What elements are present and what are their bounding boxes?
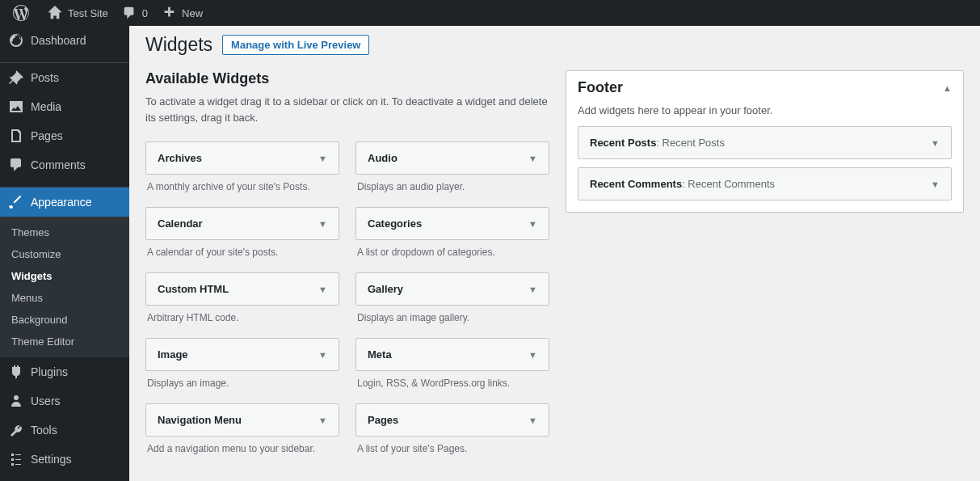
submenu-menus[interactable]: Menus	[0, 287, 129, 309]
widget-desc: Login, RSS, & WordPress.org links.	[355, 371, 549, 402]
widget-gallery[interactable]: Gallery ▼	[355, 272, 549, 306]
widget-desc: Displays an audio player.	[355, 175, 549, 205]
sidebar-item-media[interactable]: Media	[0, 92, 129, 121]
wordpress-icon	[13, 5, 29, 21]
widget-categories[interactable]: Categories ▼	[355, 207, 549, 240]
wp-logo-menu[interactable]	[6, 0, 40, 26]
plus-icon	[161, 5, 177, 21]
chevron-down-icon: ▼	[318, 219, 327, 229]
widget-instance-label: : Recent Posts	[656, 137, 725, 149]
widget-name: Meta	[368, 348, 392, 361]
sidebar-item-appearance[interactable]: Appearance	[0, 188, 129, 217]
widget-name: Categories	[368, 217, 422, 230]
submenu-widgets[interactable]: Widgets	[0, 265, 129, 287]
submenu-background[interactable]: Background	[0, 309, 129, 331]
widget-navigation-menu[interactable]: Navigation Menu ▼	[145, 403, 339, 437]
widget-name: Image	[158, 348, 188, 361]
chevron-down-icon: ▼	[318, 285, 327, 294]
widget-instance-recent-comments[interactable]: Recent Comments: Recent Comments ▼	[578, 167, 952, 200]
widget-desc: Displays an image.	[145, 371, 339, 402]
sidebar-item-users[interactable]: Users	[0, 386, 129, 416]
available-widgets-title: Available Widgets	[145, 70, 549, 87]
widget-area-desc: Add widgets here to appear in your foote…	[578, 104, 952, 116]
comment-icon	[121, 5, 137, 21]
chevron-up-icon: ▲	[943, 83, 952, 93]
widget-instance-label: : Recent Comments	[682, 178, 775, 190]
sidebar-item-label: Media	[31, 100, 61, 113]
new-content-menu[interactable]: New	[154, 0, 209, 26]
sidebar-item-tools[interactable]: Tools	[0, 416, 129, 445]
admin-bar: Test Site 0 New	[0, 0, 980, 26]
widget-archives[interactable]: Archives ▼	[145, 141, 339, 175]
chevron-down-icon: ▼	[528, 285, 537, 294]
sidebar-item-label: Posts	[31, 71, 59, 84]
widget-desc: A calendar of your site's posts.	[145, 240, 339, 271]
sidebar-item-label: Dashboard	[31, 34, 86, 47]
widget-name: Audio	[368, 152, 397, 164]
page-icon	[8, 128, 24, 144]
sidebar-item-label: Appearance	[31, 196, 92, 209]
sidebar-item-plugins[interactable]: Plugins	[0, 357, 129, 386]
comments-icon	[8, 157, 24, 173]
chevron-down-icon: ▼	[528, 219, 537, 229]
widget-area-title: Footer	[578, 79, 623, 96]
available-widgets-desc: To activate a widget drag it to a sideba…	[145, 94, 549, 125]
submenu-theme-editor[interactable]: Theme Editor	[0, 331, 129, 352]
widget-calendar[interactable]: Calendar ▼	[145, 207, 339, 240]
site-name-menu[interactable]: Test Site	[40, 0, 115, 26]
home-icon	[47, 5, 63, 21]
widget-image[interactable]: Image ▼	[145, 338, 339, 371]
sidebar-item-label: Users	[31, 395, 61, 407]
widget-name: Custom HTML	[158, 283, 229, 295]
submenu-customize[interactable]: Customize	[0, 243, 129, 265]
brush-icon	[8, 194, 24, 210]
admin-sidebar: Dashboard Posts Media Pages Comments App…	[0, 26, 129, 481]
users-icon	[8, 393, 24, 409]
widget-name: Gallery	[368, 283, 403, 295]
submenu-themes[interactable]: Themes	[0, 222, 129, 243]
sidebar-item-label: Settings	[31, 453, 72, 466]
widget-area-footer: Footer ▲ Add widgets here to appear in y…	[566, 70, 964, 213]
appearance-submenu: Themes Customize Widgets Menus Backgroun…	[0, 217, 129, 357]
chevron-down-icon: ▼	[318, 416, 327, 425]
sidebar-item-label: Tools	[31, 424, 57, 437]
widget-name: Archives	[158, 152, 202, 164]
chevron-down-icon: ▼	[318, 154, 327, 163]
widget-instance-name: Recent Comments	[590, 178, 682, 190]
sidebar-item-pages[interactable]: Pages	[0, 121, 129, 150]
sidebar-item-label: Comments	[31, 158, 86, 171]
widget-custom-html[interactable]: Custom HTML ▼	[145, 272, 339, 306]
media-icon	[8, 99, 24, 115]
widget-desc: Arbitrary HTML code.	[145, 306, 339, 336]
widget-desc: A list or dropdown of categories.	[355, 240, 549, 271]
sidebar-item-label: Pages	[31, 129, 63, 142]
sidebar-item-posts[interactable]: Posts	[0, 63, 129, 92]
comments-menu[interactable]: 0	[115, 0, 154, 26]
chevron-down-icon: ▼	[528, 154, 537, 163]
page-title: Widgets	[145, 34, 212, 56]
tools-icon	[8, 422, 24, 438]
settings-icon	[8, 451, 24, 467]
widget-desc: A monthly archive of your site's Posts.	[145, 175, 339, 205]
widget-desc: A list of your site's Pages.	[355, 437, 549, 467]
widget-pages[interactable]: Pages ▼	[355, 403, 549, 437]
sidebar-item-comments[interactable]: Comments	[0, 150, 129, 179]
widget-area-toggle[interactable]: Footer ▲	[578, 79, 952, 104]
widget-name: Navigation Menu	[158, 414, 242, 426]
widget-desc: Displays an image gallery.	[355, 306, 549, 336]
dashboard-icon	[8, 32, 24, 49]
comments-count: 0	[142, 7, 148, 19]
sidebar-item-label: Plugins	[31, 365, 68, 378]
content-area: Widgets Manage with Live Preview Availab…	[129, 26, 980, 481]
sidebar-item-settings[interactable]: Settings	[0, 445, 129, 474]
manage-live-preview-button[interactable]: Manage with Live Preview	[222, 35, 369, 55]
widget-name: Pages	[368, 414, 398, 426]
widget-instance-recent-posts[interactable]: Recent Posts: Recent Posts ▼	[578, 126, 952, 159]
plugin-icon	[8, 364, 24, 380]
widget-audio[interactable]: Audio ▼	[355, 141, 549, 175]
chevron-down-icon: ▼	[528, 350, 537, 360]
widget-name: Calendar	[158, 217, 203, 230]
widget-meta[interactable]: Meta ▼	[355, 338, 549, 371]
site-name-label: Test Site	[68, 7, 108, 19]
sidebar-item-dashboard[interactable]: Dashboard	[0, 26, 129, 55]
